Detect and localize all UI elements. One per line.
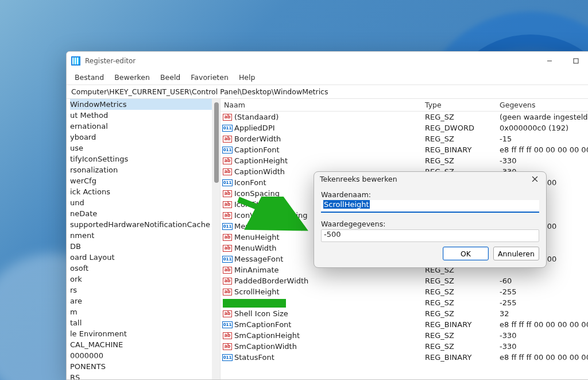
maximize-button[interactable]: [563, 52, 588, 70]
address-bar[interactable]: Computer\HKEY_CURRENT_USER\Control Panel…: [67, 85, 588, 99]
value-type: REG_SZ: [421, 156, 496, 165]
registry-value-row[interactable]: abSmCaptionWidthREG_SZ-330: [220, 341, 588, 352]
value-data: e8 ff ff ff 00 00 00 00 00 00: [496, 145, 588, 154]
binary-icon: 011: [222, 179, 233, 186]
tree-item[interactable]: yboard: [70, 132, 220, 143]
tree-item[interactable]: are: [70, 295, 220, 306]
tree-item[interactable]: osoft: [70, 263, 220, 274]
menu-favorites[interactable]: Favorieten: [186, 72, 233, 83]
registry-value-row[interactable]: 011AppliedDPIREG_DWORD0x000000c0 (192): [220, 122, 588, 133]
tree-item[interactable]: PONENTS: [70, 361, 220, 372]
registry-value-row[interactable]: abScrollHeightREG_SZ-255: [220, 286, 588, 297]
string-icon: ab: [223, 158, 231, 164]
edit-string-dialog: Tekenreeks bewerken Waardenaam: ScrollHe…: [314, 171, 547, 268]
tree-item[interactable]: CAL_MACHINE: [70, 339, 220, 350]
window-title: Register-editor: [85, 57, 136, 65]
string-icon: ab: [223, 190, 231, 197]
value-name: SmCaptionHeight: [234, 331, 421, 340]
list-header[interactable]: Naam Type Gegevens: [220, 99, 588, 112]
col-name[interactable]: Naam: [220, 99, 421, 111]
col-type[interactable]: Type: [421, 99, 496, 111]
string-icon: ab: [223, 245, 231, 252]
tree-item[interactable]: rs: [70, 285, 220, 295]
registry-value-row[interactable]: ab(Standaard)REG_SZ(geen waarde ingestel…: [220, 112, 588, 122]
value-type: REG_BINARY: [421, 353, 496, 362]
value-name: Shell Icon Size: [234, 309, 421, 318]
dialog-close-button[interactable]: [529, 173, 540, 185]
value-data: -15: [496, 135, 588, 143]
registry-value-row[interactable]: abCaptionHeightREG_SZ-330: [220, 155, 588, 166]
tree-item[interactable]: tall: [70, 317, 220, 328]
tree-item[interactable]: rsonalization: [70, 164, 220, 175]
col-data[interactable]: Gegevens: [496, 99, 588, 111]
value-name: StatusFont: [234, 353, 421, 362]
dialog-title: Tekenreeks bewerken: [320, 175, 397, 183]
ok-button[interactable]: OK: [443, 247, 489, 260]
tree-item[interactable]: oard Layout: [70, 252, 220, 263]
value-name: CaptionHeight: [234, 156, 421, 165]
tree-pane[interactable]: WindowMetricsut Methodernationalyboardus…: [67, 99, 220, 379]
binary-icon: 011: [222, 354, 233, 361]
tree-item[interactable]: 0000000: [70, 350, 220, 361]
tree-item[interactable]: DB: [70, 241, 220, 252]
value-data: -255: [496, 287, 588, 296]
tree-item[interactable]: m: [70, 306, 220, 317]
value-name-field[interactable]: ScrollHeight: [321, 200, 539, 213]
menu-help[interactable]: Help: [234, 72, 260, 83]
value-data-field[interactable]: -500: [321, 229, 539, 242]
value-type: REG_SZ: [421, 331, 496, 340]
binary-icon: 011: [222, 321, 233, 328]
value-type: REG_SZ: [421, 277, 496, 285]
value-type: REG_SZ: [421, 298, 496, 307]
value-name: CaptionFont: [234, 145, 421, 154]
value-name: SmCaptionFont: [234, 320, 421, 329]
string-icon: ab: [223, 267, 231, 274]
tree-item[interactable]: le Environment: [70, 328, 220, 339]
registry-value-row[interactable]: abSmCaptionHeightREG_SZ-330: [220, 330, 588, 341]
string-icon: ab: [223, 310, 231, 317]
menu-edit[interactable]: Bewerken: [110, 72, 154, 83]
menu-file[interactable]: Bestand: [70, 72, 109, 83]
tree-item[interactable]: und: [70, 197, 220, 208]
value-data: -60: [496, 277, 588, 285]
menu-view[interactable]: Beeld: [156, 72, 185, 83]
registry-value-row[interactable]: 011StatusFontREG_BINARYe8 ff ff ff 00 00…: [220, 352, 588, 363]
string-icon: ab: [223, 212, 231, 219]
value-name: BorderWidth: [234, 135, 421, 143]
value-type: REG_DWORD: [421, 124, 496, 132]
registry-value-row[interactable]: abShell Icon SizeREG_SZ32: [220, 308, 588, 319]
tree-item[interactable]: ut Method: [70, 110, 220, 121]
registry-value-row[interactable]: 011CaptionFontREG_BINARYe8 ff ff ff 00 0…: [220, 144, 588, 155]
tree-item[interactable]: RS: [70, 372, 220, 379]
label-value-name: Waardenaam:: [321, 190, 539, 199]
binary-icon: 011: [222, 223, 233, 230]
tree-item[interactable]: ick Actions: [70, 186, 220, 197]
value-data: e8 ff ff ff 00 00 00 00 00 00: [496, 353, 588, 362]
registry-value-row[interactable]: 011SmCaptionFontREG_BINARYe8 ff ff ff 00…: [220, 319, 588, 330]
label-value-data: Waardegegevens:: [321, 220, 539, 228]
string-icon: ab: [223, 278, 231, 285]
titlebar[interactable]: Register-editor: [67, 52, 588, 70]
tree-item[interactable]: WindowMetrics: [70, 99, 220, 110]
tree-item[interactable]: use: [70, 143, 220, 153]
tree-item[interactable]: werCfg: [70, 175, 220, 186]
binary-icon: 011: [222, 256, 233, 263]
tree-item[interactable]: neDate: [70, 208, 220, 219]
tree-scroll-thumb[interactable]: [214, 102, 219, 183]
minimize-button[interactable]: [536, 52, 563, 70]
binary-icon: 011: [222, 147, 233, 153]
tree-item[interactable]: ork: [70, 274, 220, 285]
tree-item[interactable]: nment: [70, 230, 220, 241]
string-icon: ab: [223, 201, 231, 208]
regedit-icon: [71, 56, 80, 66]
string-icon: ab: [223, 343, 231, 350]
value-name: PaddedBorderWidth: [234, 277, 421, 285]
tree-scrollbar[interactable]: [212, 99, 220, 379]
registry-value-row[interactable]: abBorderWidthREG_SZ-15: [220, 133, 588, 144]
tree-item[interactable]: ernational: [70, 121, 220, 132]
registry-value-row[interactable]: abPaddedBorderWidthREG_SZ-60: [220, 275, 588, 286]
tree-item[interactable]: tifyIconSettings: [70, 153, 220, 164]
string-icon: ab: [223, 332, 231, 339]
cancel-button[interactable]: Annuleren: [493, 247, 539, 260]
tree-item[interactable]: supportedHardwareNotificationCache: [70, 219, 220, 230]
